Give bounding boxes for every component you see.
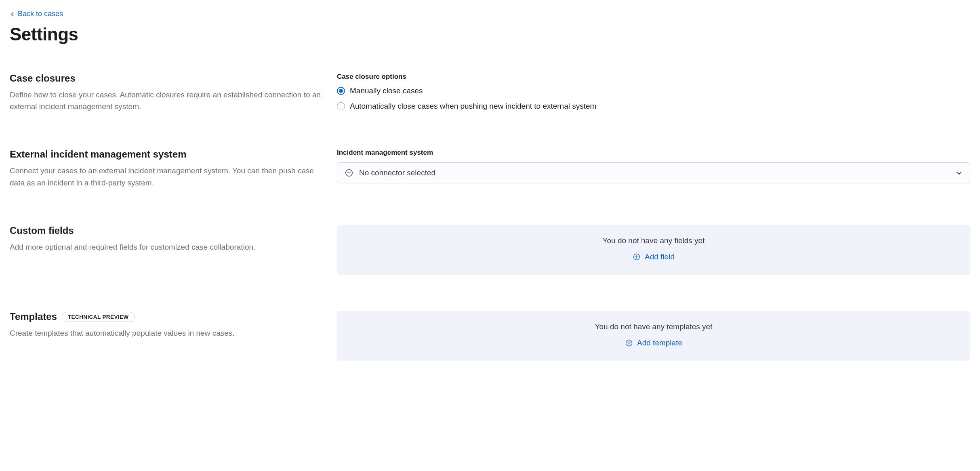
connector-select-value: No connector selected <box>359 168 950 177</box>
templates-empty-card: You do not have any templates yet Add te… <box>337 311 970 361</box>
case-closures-heading: Case closures <box>10 73 321 84</box>
case-closure-radio-group: Manually close cases Automatically close… <box>337 86 970 111</box>
radio-manual-close[interactable]: Manually close cases <box>337 86 970 95</box>
page-title: Settings <box>10 24 970 44</box>
radio-indicator-icon <box>337 87 345 95</box>
chevron-down-icon <box>955 169 963 177</box>
radio-label: Manually close cases <box>350 86 423 95</box>
custom-fields-empty-card: You do not have any fields yet Add field <box>337 225 970 275</box>
external-system-heading: External incident management system <box>10 149 321 160</box>
add-field-button[interactable]: Add field <box>633 252 675 261</box>
add-template-label: Add template <box>637 339 682 347</box>
radio-indicator-icon <box>337 102 345 110</box>
templates-heading: Templates TECHNICAL PREVIEW <box>10 311 321 322</box>
back-link-text: Back to cases <box>18 10 63 18</box>
templates-heading-text: Templates <box>10 311 57 322</box>
section-case-closures: Case closures Define how to close your c… <box>10 73 970 113</box>
radio-label: Automatically close cases when pushing n… <box>350 102 596 111</box>
custom-fields-empty-text: You do not have any fields yet <box>345 236 962 245</box>
minus-circle-icon <box>345 168 353 177</box>
custom-fields-description: Add more optional and required fields fo… <box>10 241 321 253</box>
incident-management-system-label: Incident management system <box>337 149 970 157</box>
section-custom-fields: Custom fields Add more optional and requ… <box>10 225 970 275</box>
technical-preview-badge: TECHNICAL PREVIEW <box>62 312 135 322</box>
back-to-cases-link[interactable]: Back to cases <box>10 10 63 18</box>
external-system-description: Connect your cases to an external incide… <box>10 165 321 189</box>
plus-circle-icon <box>625 339 633 347</box>
connector-select[interactable]: No connector selected <box>337 162 970 183</box>
plus-circle-icon <box>633 253 641 261</box>
section-templates: Templates TECHNICAL PREVIEW Create templ… <box>10 311 970 361</box>
radio-auto-close[interactable]: Automatically close cases when pushing n… <box>337 102 970 111</box>
case-closures-description: Define how to close your cases. Automati… <box>10 89 321 113</box>
case-closure-options-label: Case closure options <box>337 73 970 81</box>
templates-description: Create templates that automatically popu… <box>10 327 321 339</box>
templates-empty-text: You do not have any templates yet <box>345 322 962 331</box>
chevron-left-icon <box>10 11 15 17</box>
add-field-label: Add field <box>645 252 675 261</box>
add-template-button[interactable]: Add template <box>625 339 682 347</box>
custom-fields-heading: Custom fields <box>10 225 321 236</box>
section-external-system: External incident management system Conn… <box>10 149 970 189</box>
